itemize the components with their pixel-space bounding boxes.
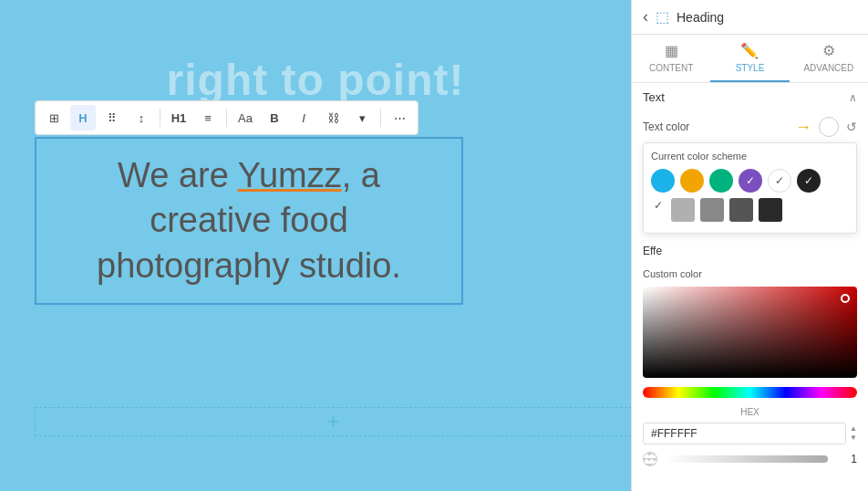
alpha-value: 1: [835, 453, 857, 465]
heading-panel-icon: ⬚: [656, 8, 669, 26]
heading-type-btn[interactable]: H: [70, 105, 96, 131]
link-btn[interactable]: ⛓: [320, 105, 346, 131]
swatch-green[interactable]: [709, 169, 733, 193]
block-toolbar: ⊞ H ⠿ ↕ H1 ≡ Aa B I ⛓ ▾ ⋯: [35, 100, 418, 135]
more-options-btn[interactable]: ⋯: [387, 105, 412, 131]
hex-label: HEX: [632, 403, 868, 421]
panel-title: Heading: [677, 10, 724, 25]
color-arrow-icon: →: [795, 118, 811, 137]
align-btn[interactable]: ≡: [195, 105, 221, 131]
alpha-row: 1: [643, 452, 857, 466]
text-color-swatch[interactable]: [819, 117, 839, 137]
arrows-btn[interactable]: ↕: [129, 105, 154, 131]
advanced-tab-label: ADVANCED: [803, 63, 853, 73]
swatch-gray4[interactable]: [759, 198, 782, 222]
italic-btn[interactable]: I: [291, 105, 316, 131]
heading-block[interactable]: We are Yumzz, a creative food photograph…: [35, 137, 463, 305]
alpha-slider[interactable]: [665, 455, 828, 463]
hex-input[interactable]: [643, 423, 846, 444]
text-section-chevron: ∧: [849, 91, 857, 104]
swatch-gray3[interactable]: [729, 198, 753, 222]
yumzz-text: Yumzz: [238, 156, 342, 194]
toolbar-divider-1: [160, 109, 160, 127]
toolbar-divider-2: [226, 109, 227, 127]
scheme-grays-row: ✓: [651, 198, 849, 222]
heading-text: We are Yumzz, a creative food photograph…: [55, 153, 443, 288]
text-section-title: Text: [643, 90, 665, 104]
panel-header: ‹ ⬚ Heading: [632, 0, 868, 35]
style-tab-label: STYLE: [736, 63, 765, 73]
swatch-blue[interactable]: [651, 169, 675, 193]
text-color-label: Text color: [643, 120, 788, 133]
tab-advanced[interactable]: ⚙ ADVANCED: [790, 35, 868, 82]
swatch-orange[interactable]: [680, 169, 704, 193]
swatch-white[interactable]: ✓: [768, 169, 791, 193]
hue-slider[interactable]: [643, 387, 857, 398]
alpha-circle-icon: [643, 452, 657, 466]
color-picker-gradient[interactable]: [643, 287, 857, 378]
effect-label: Effe: [632, 241, 868, 265]
move-btn[interactable]: ⠿: [99, 105, 125, 131]
color-picker-dot: [841, 294, 850, 303]
swatch-gray2[interactable]: [700, 198, 724, 222]
back-button[interactable]: ‹: [643, 7, 648, 26]
right-panel: ‹ ⬚ Heading ▦ CONTENT ✏️ STYLE ⚙ ADVANCE…: [631, 0, 868, 491]
tab-content[interactable]: ▦ CONTENT: [632, 35, 710, 82]
panel-tabs: ▦ CONTENT ✏️ STYLE ⚙ ADVANCED: [632, 35, 868, 83]
custom-color-label: Custom color: [632, 265, 868, 283]
reset-color-button[interactable]: ↺: [846, 120, 857, 134]
swatch-black[interactable]: [797, 169, 821, 193]
grid-icon-btn[interactable]: ⊞: [41, 105, 67, 131]
content-tab-icon: ▦: [665, 42, 678, 59]
hex-increment[interactable]: ▲: [850, 424, 857, 434]
canvas-area: right to point! ⊞ H ⠿ ↕ H1 ≡ Aa B I ⛓ ▾ …: [0, 0, 631, 491]
content-tab-label: CONTENT: [649, 63, 693, 73]
effect-text: Effe: [643, 245, 662, 257]
hex-input-row: ▲ ▼: [643, 423, 857, 444]
gray-check-icon: ✓: [651, 198, 666, 213]
add-block-row[interactable]: +: [35, 407, 631, 436]
scheme-title: Current color scheme: [651, 151, 849, 162]
advanced-tab-icon: ⚙: [822, 42, 835, 59]
add-block-button[interactable]: +: [327, 410, 339, 434]
link-dropdown-btn[interactable]: ▾: [349, 105, 375, 131]
bold-btn[interactable]: B: [262, 105, 287, 131]
h1-btn[interactable]: H1: [166, 105, 191, 131]
color-scheme-popup: Current color scheme ✓ ✓: [643, 142, 857, 234]
font-btn[interactable]: Aa: [232, 105, 258, 131]
swatch-purple[interactable]: [739, 169, 762, 193]
scheme-colors-row: ✓: [651, 169, 849, 193]
swatch-gray1[interactable]: [671, 198, 695, 222]
text-section-header[interactable]: Text ∧: [632, 83, 868, 111]
canvas-faded-text: right to point!: [0, 55, 631, 105]
style-tab-icon: ✏️: [740, 42, 759, 59]
toolbar-divider-3: [380, 109, 381, 127]
hex-spinner[interactable]: ▲ ▼: [850, 424, 857, 442]
text-color-row: Text color → ↺: [632, 111, 868, 142]
hex-decrement[interactable]: ▼: [850, 434, 857, 443]
tab-style[interactable]: ✏️ STYLE: [710, 35, 789, 82]
